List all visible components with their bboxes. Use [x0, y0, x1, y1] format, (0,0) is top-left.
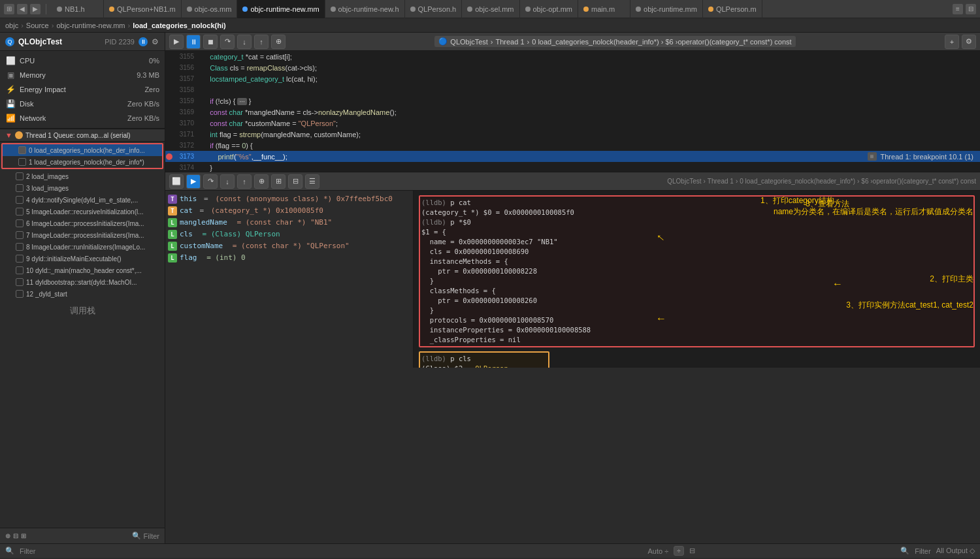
console-line: protocols = 0x0000000100008570: [421, 315, 972, 325]
pause-btn[interactable]: ⏸: [139, 37, 148, 46]
console-btn-3[interactable]: ↷: [203, 174, 218, 189]
thread-item-0[interactable]: 0 load_categories_nolock(he_der_info...: [3, 144, 162, 156]
thread-item-11[interactable]: 11 dyldbootstrap::start(dyld::MachOI...: [0, 276, 165, 288]
console-content[interactable]: (lldb) p cat (category_t *) $0 = 0x00000…: [414, 191, 980, 368]
dbg-btn-pause[interactable]: ⏸: [186, 35, 201, 49]
toolbar-btn-split[interactable]: ⊟: [966, 4, 976, 14]
line-num-3171: 3171: [173, 131, 199, 138]
line-num-3169: 3169: [173, 108, 199, 116]
tab-objcmm[interactable]: objc-os.mm: [182, 0, 238, 18]
dbg-btn-addexpr[interactable]: +: [945, 35, 959, 49]
tab-objcruntimemm[interactable]: objc-runtime.mm: [630, 0, 703, 18]
metric-network[interactable]: 📶 Network Zero KB/s: [0, 111, 165, 125]
thread-item-5[interactable]: 5 ImageLoader::recursiveInitialization(l…: [0, 206, 165, 217]
thread-name-5: 5 ImageLoader::recursiveInitialization(l…: [26, 208, 159, 216]
thread-item-9[interactable]: 9 dyld::initializeMainExecutable(): [0, 253, 165, 264]
console-line: (Class) $2 = QLPerson: [421, 364, 547, 368]
thread-item-6[interactable]: 6 ImageLoader::processInitializers(Ima..…: [0, 217, 165, 229]
dbg-btn-stepin[interactable]: ↓: [237, 35, 252, 49]
metric-disk[interactable]: 💾 Disk Zero KB/s: [0, 97, 165, 111]
status-auto-btn[interactable]: ÷: [674, 546, 684, 556]
console-btn-6[interactable]: ⊕: [254, 174, 269, 189]
console-btn-1[interactable]: ⬜: [169, 174, 184, 189]
code-scroll[interactable]: 3155 category_t *cat = catlist[i]; 3156 …: [165, 51, 980, 172]
code-line-3172: 3172 if (flag == 0) {: [165, 140, 980, 151]
thread-item-2[interactable]: 2 load_images: [0, 170, 165, 182]
sidebar-bottom-icon: ⊕: [5, 532, 10, 539]
var-name-this: this: [180, 194, 197, 204]
thread-selector[interactable]: 🔵 QLObjcTest › Thread 1 › 0 load_categor…: [434, 36, 795, 47]
tab-nb1h[interactable]: NB1.h: [52, 0, 104, 18]
thread-item-4[interactable]: 4 dyld::notifySingle(dyld_im_e_state,...: [0, 194, 165, 206]
sidebar-gear[interactable]: ⚙: [150, 37, 159, 46]
console-line: name = 0x0000000000003ec7 "NB1": [421, 237, 972, 247]
tab-qlpersonnb1m[interactable]: QLPerson+NB1.m: [104, 0, 182, 18]
top-toolbar: ⊞ ◀ ▶ NB1.h QLPerson+NB1.m objc-os.mm ob…: [0, 0, 980, 18]
tab-qlpersonm[interactable]: QLPerson.m: [703, 0, 762, 18]
console-btn-7[interactable]: ⊞: [271, 174, 286, 189]
status-icon-filter: 🔍: [5, 547, 14, 555]
tab-objcruntimeh[interactable]: objc-runtime-new.h: [325, 0, 405, 18]
network-icon: 📶: [5, 113, 16, 123]
code-line-3171: 3171 int flag = strcmp(mangledName, cust…: [165, 129, 980, 140]
console-line: (lldb) p cls: [421, 354, 547, 364]
disk-icon: 💾: [5, 99, 16, 109]
breadcrumb-part-1[interactable]: objc: [5, 22, 18, 29]
breadcrumb-qlobj: QLObjcTest: [667, 178, 701, 185]
thread-selector-name: QLObjcTest: [450, 38, 487, 46]
dbg-btn-stop[interactable]: ⏹: [203, 35, 218, 49]
dbg-btn-options[interactable]: ⚙: [962, 35, 976, 49]
line-num-3173: 3173: [173, 153, 199, 160]
tab-dot: [57, 7, 62, 12]
thread-check-10: [16, 266, 24, 274]
breadcrumb-part-2[interactable]: Source: [26, 22, 49, 29]
thread-group-header[interactable]: ▼ Thread 1 Queue: com.ap...al (serial): [0, 129, 165, 142]
thread-item-8[interactable]: 8 ImageLoader::runInitializers(ImageLo..…: [0, 241, 165, 253]
tab-dot: [187, 7, 192, 12]
console-line: }: [421, 306, 972, 315]
thread-check-1: [18, 158, 26, 166]
thread-check-5: [16, 208, 24, 216]
console-btn-2[interactable]: ▶: [186, 174, 201, 189]
toolbar-btn-fwd[interactable]: ▶: [30, 4, 41, 14]
thread-item-7[interactable]: 7 ImageLoader::processInitializers(Ima..…: [0, 229, 165, 241]
tab-objcsel[interactable]: objc-sel.mm: [462, 0, 519, 18]
console-btn-4[interactable]: ↓: [220, 174, 235, 189]
status-auto-label: Auto ÷: [648, 547, 669, 555]
tab-qlpersonh[interactable]: QLPerson.h: [405, 0, 463, 18]
console-btn-8[interactable]: ⊟: [288, 174, 302, 189]
console-btn-5[interactable]: ↑: [237, 174, 252, 189]
app-title: QLObjcTest: [18, 37, 101, 46]
code-line-3173: 3173 printf("%s",__func__); ≡ Thread 1: …: [165, 151, 980, 162]
disk-value: Zero KB/s: [127, 100, 159, 108]
toolbar-btn-more[interactable]: ≡: [953, 4, 963, 14]
metric-memory[interactable]: ▣ Memory 9.3 MB: [0, 68, 165, 82]
breadcrumb-op: $6 ›operator()(category_t* const*) const: [861, 178, 976, 185]
dbg-btn-continue[interactable]: ▶: [169, 35, 184, 49]
tab-mainm[interactable]: main.m: [578, 0, 630, 18]
toolbar-sep-1: [46, 4, 46, 14]
console-section-1: (lldb) p cat (category_t *) $0 = 0x00000…: [419, 195, 975, 347]
metric-cpu[interactable]: ⬜ CPU 0%: [0, 54, 165, 68]
tab-objcopt[interactable]: objc-opt.mm: [520, 0, 579, 18]
thread-item-3[interactable]: 3 load_images: [0, 182, 165, 194]
memory-label: Memory: [20, 71, 133, 79]
toolbar-btn-back[interactable]: ◀: [17, 4, 27, 14]
breadcrumb-frame: 0 load_categories_nolock(header_info*): [740, 178, 855, 185]
var-val-this: (const (anonymous class) *) 0x7ffeebf5bc…: [215, 194, 410, 204]
dbg-btn-stepover[interactable]: ↷: [220, 35, 235, 49]
line-num-3157: 3157: [173, 75, 199, 82]
tab-objcruntime[interactable]: objc-runtime-new.mm: [237, 0, 325, 18]
dbg-btn-stepout[interactable]: ↑: [254, 35, 269, 49]
thread-item-12[interactable]: 12 _dyld_start: [0, 288, 165, 300]
metric-energy[interactable]: ⚡ Energy Impact Zero: [0, 82, 165, 97]
thread-item-10[interactable]: 10 dyld::_main(macho_header const*,...: [0, 264, 165, 276]
dbg-btn-breakpoint[interactable]: ⊕: [271, 35, 286, 49]
console-btn-9[interactable]: ☰: [305, 174, 319, 189]
breadcrumb-part-4[interactable]: load_categories_nolock(hi): [133, 22, 225, 29]
var-val-cat: (category_t *) 0x1000085f0: [211, 206, 410, 216]
sidebar-filter-text: Filter: [144, 532, 159, 540]
thread-item-1[interactable]: 1 load_categories_nolock(he_der_info*): [3, 156, 162, 168]
breadcrumb-part-3[interactable]: objc-runtime-new.mm: [56, 22, 125, 29]
toolbar-btn-grid[interactable]: ⊞: [4, 4, 14, 14]
